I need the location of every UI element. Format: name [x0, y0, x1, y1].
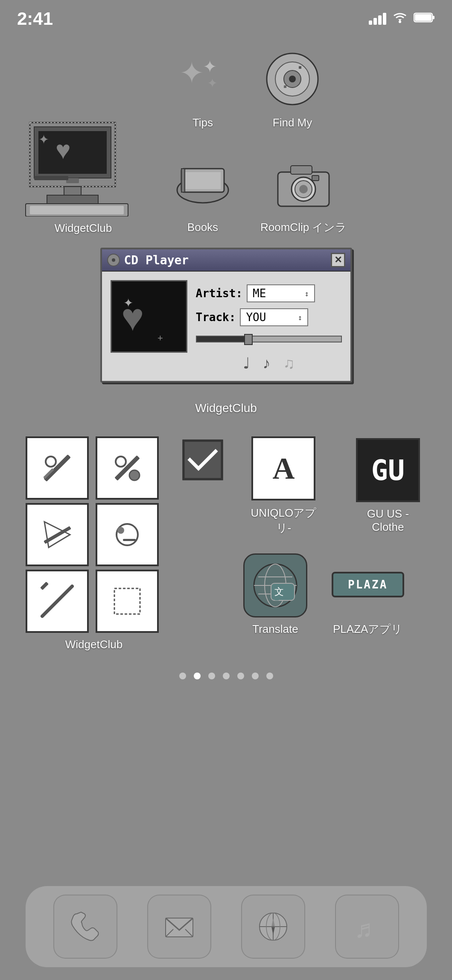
dock-mail[interactable] [147, 895, 211, 959]
wc-icon-6 [96, 570, 159, 633]
findmy-icon [260, 47, 324, 111]
page-dot-5[interactable] [252, 673, 259, 679]
cd-widget-label: WidgetClub [195, 401, 257, 415]
page-dots [21, 673, 431, 679]
cd-artist-value[interactable]: ME ↕ [247, 284, 315, 302]
svg-text:文: 文 [274, 586, 284, 597]
dock: ♬ [26, 886, 427, 967]
svg-rect-51 [114, 588, 140, 614]
bottom-right-row-2: 文 Translate PLAZA PLAZAアプリ [243, 553, 426, 637]
svg-text:+: + [157, 333, 163, 343]
roomclip-label: RoomClip インラ [260, 220, 347, 235]
cd-player-body: ♥ ✦ + Artist: ME ↕ Trac [102, 272, 350, 381]
cd-prev-button[interactable]: ♩ [243, 354, 250, 372]
gu-label: GU US - Clothe [350, 507, 426, 534]
page-dot-3[interactable] [223, 673, 230, 679]
svg-rect-30 [291, 166, 312, 174]
cd-play-button[interactable]: ♪ [263, 354, 271, 372]
svg-text:✦: ✦ [123, 296, 133, 310]
app-uniqlo[interactable]: A UNIQLOアプリ- [243, 436, 324, 535]
app-books[interactable]: Books [171, 152, 235, 234]
top-right-row-1: ✦ ✦ ✦ Tips [171, 47, 347, 129]
svg-rect-34 [312, 176, 319, 181]
widgetclub-bottom-label: WidgetClub [65, 638, 122, 651]
battery-icon [414, 12, 435, 26]
svg-line-49 [42, 586, 72, 616]
cd-progress-fill [197, 336, 247, 342]
svg-point-39 [46, 456, 56, 467]
cd-player-titlebar: CD Player ✕ [102, 249, 350, 272]
app-widgetclub-bottom[interactable]: WidgetClub [26, 436, 162, 651]
top-icon-row: ♥ ✦ WidgetClub [21, 47, 431, 235]
dock-safari[interactable] [241, 895, 305, 959]
widgetclub-top-label: WidgetClub [55, 222, 112, 235]
svg-point-47 [117, 527, 124, 534]
tips-label: Tips [192, 116, 213, 129]
wc-icon-1 [26, 436, 89, 500]
top-right-row-2: Books [171, 151, 347, 235]
cd-track-label: Track: [196, 311, 236, 324]
app-translate[interactable]: 文 Translate [243, 553, 307, 636]
cd-track-row: Track: YOU ↕ [196, 308, 342, 326]
wc-icon-4 [96, 503, 159, 566]
dock-phone[interactable] [53, 895, 117, 959]
uniqlo-icon: A [251, 436, 315, 500]
status-bar: 2:41 [0, 0, 452, 30]
svg-point-43 [129, 470, 140, 480]
cd-close-button[interactable]: ✕ [331, 253, 345, 267]
svg-point-0 [399, 20, 401, 23]
svg-rect-11 [47, 195, 98, 204]
uniqlo-label: UNIQLOアプリ- [243, 506, 324, 535]
svg-point-33 [299, 185, 308, 193]
svg-text:♬: ♬ [354, 915, 373, 942]
app-widgetclub-top[interactable]: ♥ ✦ WidgetClub [21, 110, 145, 235]
tips-icon: ✦ ✦ ✦ [171, 47, 235, 111]
checkbox-icon [179, 436, 226, 483]
computer-pixel-art: ♥ ✦ [21, 110, 145, 216]
app-gu[interactable]: GU GU US - Clothe [350, 438, 426, 534]
page-dot-4[interactable] [237, 673, 244, 679]
cd-artist-row: Artist: ME ↕ [196, 284, 342, 302]
status-icons [369, 12, 435, 26]
cd-progress-thumb[interactable] [244, 334, 253, 345]
svg-point-22 [289, 76, 296, 82]
app-plaza[interactable]: PLAZA PLAZAアプリ [333, 553, 402, 637]
cd-next-button[interactable]: ♫ [283, 354, 295, 372]
gu-icon: GU [356, 438, 420, 502]
app-findmy[interactable]: Find My [260, 47, 324, 129]
svg-rect-28 [181, 169, 185, 192]
cd-title-left: CD Player [107, 253, 189, 267]
cd-track-value[interactable]: YOU ↕ [240, 308, 308, 326]
dock-music[interactable]: ♬ [335, 895, 399, 959]
app-tips[interactable]: ✦ ✦ ✦ Tips [171, 47, 235, 129]
wc-icon-5 [26, 570, 89, 633]
cd-player-widget: CD Player ✕ ♥ ✦ + Artist: [100, 248, 352, 383]
svg-rect-27 [185, 172, 221, 189]
page-dot-0[interactable] [179, 673, 186, 679]
page-dot-2[interactable] [208, 673, 215, 679]
cd-player-section: CD Player ✕ ♥ ✦ + Artist: [21, 248, 431, 415]
app-roomclip[interactable]: RoomClip インラ [260, 151, 347, 235]
translate-icon: 文 [243, 553, 307, 617]
svg-text:✦: ✦ [207, 76, 218, 90]
cd-info-panel: Artist: ME ↕ Track: YOU ↕ [196, 280, 342, 372]
signal-icon [369, 13, 386, 25]
plaza-pill: PLAZA [332, 572, 404, 597]
page-dot-1[interactable] [194, 673, 201, 679]
books-icon [171, 152, 235, 216]
wc-icon-3 [26, 503, 89, 566]
svg-text:✦: ✦ [179, 56, 204, 90]
svg-text:✦: ✦ [38, 132, 49, 146]
svg-rect-13 [34, 176, 68, 180]
svg-rect-2 [432, 16, 435, 19]
cd-artist-label: Artist: [196, 287, 243, 300]
roomclip-icon [271, 151, 335, 215]
cd-track-dropdown: ↕ [298, 313, 303, 322]
plaza-label: PLAZAアプリ [333, 622, 402, 637]
cd-artist-dropdown: ↕ [304, 289, 309, 298]
cd-controls: ♩ ♪ ♫ [196, 354, 342, 372]
svg-rect-3 [415, 14, 432, 21]
cd-progress-bar[interactable] [196, 336, 342, 342]
page-dot-6[interactable] [266, 673, 273, 679]
bottom-icons-section: WidgetClub A UNIQLOアプリ- [21, 436, 431, 651]
